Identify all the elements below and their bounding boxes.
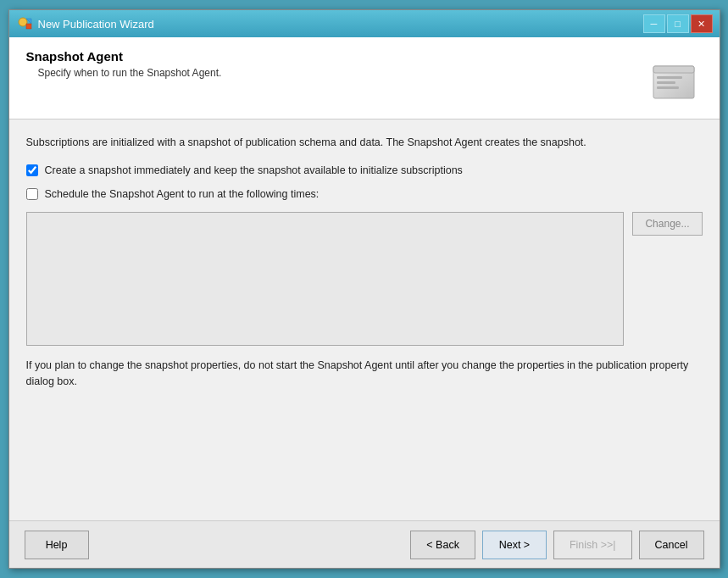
next-button[interactable]: Next >: [482, 531, 547, 559]
svg-point-0: [19, 18, 27, 26]
create-snapshot-checkbox[interactable]: [26, 164, 38, 176]
note-text: If you plan to change the snapshot prope…: [26, 358, 703, 390]
svg-rect-7: [657, 86, 679, 89]
titlebar-buttons: ─ □ ✕: [643, 14, 713, 33]
footer: Help < Back Next > Finish >>| Cancel: [9, 520, 720, 568]
schedule-textbox: [26, 212, 625, 346]
create-snapshot-label[interactable]: Create a snapshot immediately and keep t…: [45, 164, 463, 176]
finish-button[interactable]: Finish >>|: [553, 531, 632, 559]
footer-left: Help: [25, 531, 89, 559]
schedule-agent-checkbox[interactable]: [26, 188, 38, 200]
svg-rect-4: [653, 66, 694, 73]
header-illustration: [645, 49, 703, 107]
header-text: Snapshot Agent Specify when to run the S…: [26, 49, 222, 79]
checkbox1-row: Create a snapshot immediately and keep t…: [26, 164, 703, 176]
checkbox2-row: Schedule the Snapshot Agent to run at th…: [26, 188, 703, 200]
minimize-button[interactable]: ─: [643, 14, 665, 33]
page-subtitle: Specify when to run the Snapshot Agent.: [38, 67, 222, 79]
back-button[interactable]: < Back: [410, 531, 475, 559]
header-panel: Snapshot Agent Specify when to run the S…: [9, 37, 720, 119]
footer-right: < Back Next > Finish >>| Cancel: [410, 531, 703, 559]
change-button[interactable]: Change...: [632, 212, 702, 236]
svg-rect-6: [657, 81, 675, 84]
titlebar-left: New Publication Wizard: [16, 15, 154, 32]
window-title: New Publication Wizard: [38, 18, 154, 31]
close-button[interactable]: ✕: [691, 14, 713, 33]
svg-rect-2: [26, 24, 31, 29]
wizard-window: New Publication Wizard ─ □ ✕ Snapshot Ag…: [8, 9, 720, 569]
help-button[interactable]: Help: [25, 531, 89, 559]
description-text: Subscriptions are initialized with a sna…: [26, 135, 703, 151]
restore-button[interactable]: □: [667, 14, 689, 33]
main-content: Subscriptions are initialized with a sna…: [9, 119, 720, 520]
cancel-button[interactable]: Cancel: [639, 531, 704, 559]
page-title: Snapshot Agent: [26, 49, 222, 64]
titlebar: New Publication Wizard ─ □ ✕: [9, 10, 720, 37]
svg-rect-5: [657, 76, 682, 79]
schedule-agent-label[interactable]: Schedule the Snapshot Agent to run at th…: [45, 188, 320, 200]
app-icon: [16, 15, 33, 32]
schedule-area: Change...: [26, 212, 703, 346]
